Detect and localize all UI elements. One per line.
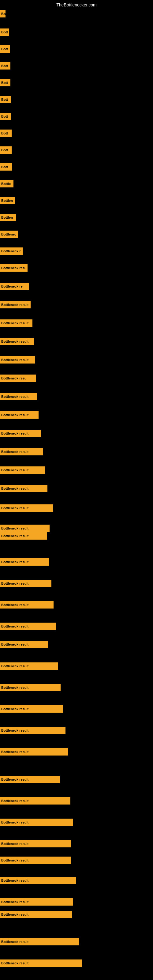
bar-label: Bottleneck result bbox=[1, 321, 29, 325]
bottleneck-bar: Bottleneck result bbox=[0, 411, 38, 418]
bar-row: Bottleneck result bbox=[0, 484, 51, 493]
bar-row: Bottleneck result bbox=[0, 910, 75, 919]
bottleneck-bar: Bo bbox=[0, 10, 5, 18]
bottleneck-bar: Bottleneck result bbox=[0, 301, 30, 309]
bottleneck-bar: Bottleneck result bbox=[0, 877, 76, 884]
bar-label: Bottleneck result bbox=[1, 303, 29, 307]
bar-label: Bottlen bbox=[1, 216, 13, 219]
bar-label: Bottleneck result bbox=[1, 707, 29, 711]
bar-label: Bott bbox=[1, 165, 8, 169]
bar-label: Bott bbox=[1, 115, 8, 118]
bar-label: Bottleneck result bbox=[1, 821, 29, 824]
bar-row: Bottleneck result bbox=[0, 662, 61, 671]
bottleneck-bar: Bottleneck result bbox=[0, 857, 71, 864]
bar-row: Bo bbox=[0, 9, 9, 18]
bar-row: Bott bbox=[0, 112, 14, 121]
bar-label: Bott bbox=[1, 148, 8, 152]
bottleneck-bar: Bottleneck resu bbox=[0, 264, 27, 272]
bar-label: Bottleneck result bbox=[1, 560, 29, 564]
bar-label: Bottleneck result bbox=[1, 340, 29, 343]
bottleneck-bar: Bottleneck result bbox=[0, 393, 37, 400]
bar-label: Bottleneck r bbox=[1, 249, 21, 253]
bottleneck-bar: Bott bbox=[0, 45, 10, 52]
bar-row: Bottleneck result bbox=[0, 726, 69, 735]
bottleneck-bar: Bottleneck result bbox=[0, 911, 72, 918]
bottleneck-bar: Bottleneck result bbox=[0, 662, 58, 670]
bottleneck-bar: Bottleneck result bbox=[0, 684, 61, 691]
bottleneck-bar: Bott bbox=[0, 163, 12, 170]
bottleneck-bar: Bottleneck result bbox=[0, 727, 65, 734]
bottleneck-bar: Bottleneck result bbox=[0, 959, 82, 967]
bar-label: Bottleneck result bbox=[1, 842, 29, 846]
bottleneck-bar: Bottleneck result bbox=[0, 705, 63, 713]
bar-row: Bottleneck result bbox=[0, 503, 56, 513]
bar-row: Bottleneck result bbox=[0, 429, 44, 438]
bar-row: Bott bbox=[0, 61, 13, 70]
bar-label: Bottleneck result bbox=[1, 431, 29, 435]
bar-row: Bott bbox=[0, 95, 14, 104]
bar-row: Bottleneck result bbox=[0, 300, 33, 309]
bar-label: Bottleneck result bbox=[1, 603, 29, 607]
bottleneck-bar: Bottleneck result bbox=[0, 641, 48, 648]
bar-row: Bott bbox=[0, 145, 15, 155]
bar-label: Bottleneck resu bbox=[1, 376, 27, 380]
bar-label: Bo bbox=[1, 12, 5, 16]
bar-row: Bottleneck result bbox=[0, 796, 73, 805]
bar-row: Bott bbox=[0, 162, 15, 172]
bottleneck-bar: Bottleneck result bbox=[0, 898, 73, 905]
bar-row: Bottleneck re bbox=[0, 282, 32, 291]
bar-row: Bottleneck result bbox=[0, 747, 71, 756]
bar-row: Bottleneck result bbox=[0, 683, 64, 692]
bar-row: Bottleneck result bbox=[0, 937, 82, 946]
bottleneck-bar: Bottleneck result bbox=[0, 748, 68, 756]
bar-row: Bottlen bbox=[0, 196, 18, 205]
bottleneck-bar: Bott bbox=[0, 29, 9, 36]
bar-row: Bott bbox=[0, 78, 13, 87]
bar-label: Bottleneck result bbox=[1, 664, 29, 668]
bottleneck-bar: Bottleneck result bbox=[0, 525, 49, 532]
bottleneck-bar: Bottleneck re bbox=[0, 283, 29, 290]
bar-label: Bottleneck re bbox=[1, 285, 22, 288]
bar-row: Bottleneck result bbox=[0, 622, 59, 631]
bar-label: Bott bbox=[1, 81, 8, 84]
bar-row: Bottleneck result bbox=[0, 579, 54, 588]
bar-row: Bottleneck result bbox=[0, 600, 57, 609]
bar-row: Bottleneck resu bbox=[0, 263, 30, 272]
bar-row: Bottleneck result bbox=[0, 959, 85, 968]
bottleneck-bar: Bottlen bbox=[0, 214, 16, 221]
bottleneck-bar: Bott bbox=[0, 146, 12, 154]
bottleneck-bar: Bott bbox=[0, 113, 11, 120]
bar-row: Bottleneck result bbox=[0, 410, 41, 420]
bar-label: Bottleneck result bbox=[1, 940, 29, 943]
bar-label: Bottleneck result bbox=[1, 750, 29, 754]
bar-label: Bott bbox=[1, 131, 8, 135]
bar-row: Bottleneck result bbox=[0, 531, 50, 541]
bar-row: Bottlenec bbox=[0, 230, 21, 239]
bottleneck-bar: Bottleneck result bbox=[0, 504, 53, 512]
bar-label: Bottleneck result bbox=[1, 506, 29, 510]
bar-label: Bottleneck result bbox=[1, 686, 29, 689]
bar-row: Bottleneck result bbox=[0, 318, 35, 328]
bar-label: Bottleneck resu bbox=[1, 266, 27, 270]
bottleneck-bar: Bottleneck result bbox=[0, 448, 43, 455]
bar-row: Bott bbox=[0, 45, 13, 54]
bar-label: Bottleneck result bbox=[1, 487, 29, 490]
bar-label: Bottleneck result bbox=[1, 900, 29, 904]
bottleneck-bar: Bottleneck result bbox=[0, 797, 70, 805]
bar-label: Bottleneck result bbox=[1, 395, 29, 398]
bar-label: Bottleneck result bbox=[1, 468, 29, 472]
bar-label: Bottleneck result bbox=[1, 879, 29, 882]
bar-row: Bottleneck result bbox=[0, 447, 46, 456]
bottleneck-bar: Bottleneck result bbox=[0, 819, 73, 826]
bottleneck-bar: Bott bbox=[0, 79, 10, 86]
bottleneck-bar: Bottleneck result bbox=[0, 532, 47, 539]
bar-row: Bottleneck result bbox=[0, 818, 76, 827]
bar-label: Bottle bbox=[1, 182, 11, 186]
bottleneck-bar: Bott bbox=[0, 96, 11, 103]
bottleneck-bar: Bottlen bbox=[0, 197, 15, 204]
bar-label: Bott bbox=[1, 64, 8, 68]
bar-label: Bottlenec bbox=[1, 232, 16, 236]
bottleneck-bar: Bottleneck result bbox=[0, 840, 71, 847]
bar-label: Bottleneck result bbox=[1, 450, 29, 453]
bar-label: Bottleneck result bbox=[1, 413, 29, 417]
